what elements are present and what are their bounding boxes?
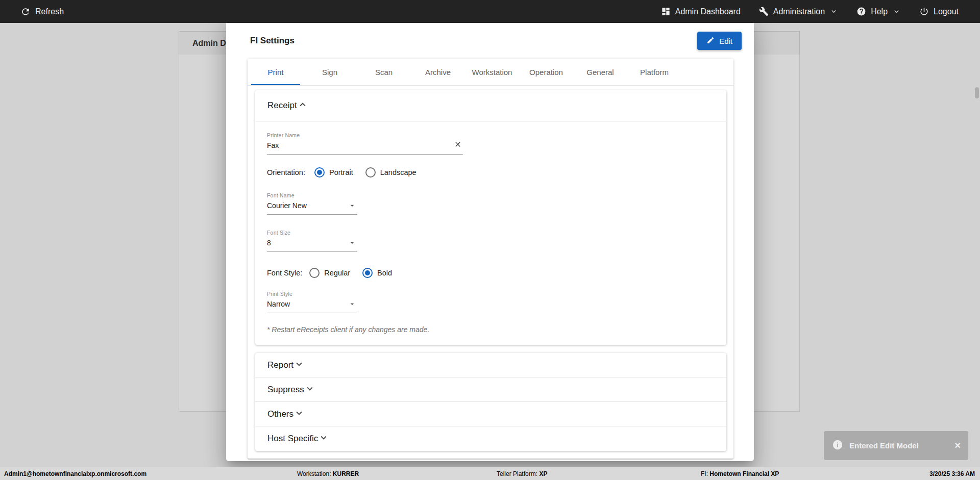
font-name-value: Courier New [267,201,307,210]
power-icon [919,7,929,16]
orientation-portrait-radio[interactable] [314,167,325,178]
fi-value: Hometown Financial XP [709,470,779,477]
report-title: Report [267,360,293,370]
tab-operation-label: Operation [529,68,563,77]
host-specific-accordion-header[interactable]: Host Specific [255,426,726,451]
printer-name-value: Fax [267,141,279,149]
administration-label: Administration [773,7,825,16]
tab-scan-label: Scan [375,68,393,77]
font-size-select[interactable]: 8 [267,236,357,252]
page-scrollbar-thumb[interactable] [975,87,979,98]
tab-general-label: General [586,68,614,77]
tab-print[interactable]: Print [249,59,303,85]
toast-message: Entered Edit Model [849,441,919,450]
clear-icon[interactable] [454,140,462,150]
chevron-down-icon [293,359,305,372]
status-teller-platform: Teller Platform: XP [497,470,547,477]
administration-menu[interactable]: Administration [759,7,838,16]
font-style-bold-label: Bold [377,269,392,277]
refresh-button[interactable]: Refresh [20,7,64,17]
chevron-down-icon [293,408,305,421]
chevron-down-icon [304,383,315,396]
admin-dashboard-label: Admin Dashboard [675,7,741,16]
font-name-label: Font Name [267,192,714,198]
collapsed-sections: Report Suppress Others [255,353,726,451]
chevron-up-icon [297,99,308,112]
font-size-label: Font Size [267,230,714,236]
suppress-title: Suppress [267,385,304,395]
host-specific-title: Host Specific [267,434,318,444]
print-style-select[interactable]: Narrow [267,297,357,313]
others-accordion-header[interactable]: Others [255,402,726,426]
logout-label: Logout [934,7,959,16]
logout-button[interactable]: Logout [919,7,959,16]
printer-name-input[interactable]: Fax [267,138,463,155]
suppress-accordion-header[interactable]: Suppress [255,377,726,402]
restart-note: * Restart eReceipts client if any change… [267,325,714,334]
status-datetime: 3/20/25 3:36 AM [929,470,975,477]
tab-archive[interactable]: Archive [411,59,465,85]
dropdown-arrow-icon [348,239,356,249]
tab-general[interactable]: General [573,59,627,85]
help-menu[interactable]: Help [856,7,901,16]
background-page-title: Admin D [192,39,226,48]
dropdown-arrow-icon [348,300,356,310]
printer-name-label: Printer Name [267,132,714,138]
receipt-body: Printer Name Fax Orientation: Portrait L [255,121,726,345]
status-workstation: Workstation: KURRER [297,470,359,477]
chevron-down-icon [318,432,329,445]
receipt-accordion-header[interactable]: Receipt [255,90,726,121]
tab-workstation[interactable]: Workstation [465,59,519,85]
print-style-label: Print Style [267,291,714,297]
admin-dashboard-link[interactable]: Admin Dashboard [661,7,741,16]
chevron-down-icon [892,7,901,16]
edit-button[interactable]: Edit [697,32,742,50]
pencil-icon [706,36,715,46]
settings-card: Print Sign Scan Archive Workstation Oper… [248,59,733,459]
dialog-header: FI Settings Edit [226,19,754,52]
chevron-down-icon [829,7,838,16]
report-accordion-header[interactable]: Report [255,353,726,377]
font-style-bold-radio[interactable] [362,268,373,278]
wrench-icon [759,7,769,16]
tab-scan[interactable]: Scan [357,59,411,85]
dialog-title: FI Settings [250,36,295,46]
help-circle-icon [856,7,866,16]
teller-platform-label: Teller Platform: [497,470,537,477]
fi-settings-dialog: FI Settings Edit Print Sign Scan Archive… [226,19,754,461]
tab-platform[interactable]: Platform [627,59,681,85]
status-bar: Admin1@hometownfinancialxp.onmicrosoft.c… [0,467,980,480]
others-title: Others [267,409,293,419]
workstation-value: KURRER [333,470,359,477]
orientation-landscape-radio[interactable] [365,167,376,178]
font-style-regular-radio[interactable] [309,268,320,278]
tab-archive-label: Archive [425,68,451,77]
edit-button-label: Edit [719,37,732,45]
toast-notification: Entered Edit Model ✕ [824,431,968,460]
tab-platform-label: Platform [640,68,669,77]
dashboard-grid-icon [661,7,671,16]
print-style-value: Narrow [267,300,290,308]
toast-close-icon[interactable]: ✕ [954,441,961,450]
tab-operation[interactable]: Operation [519,59,573,85]
top-navigation-bar: Refresh Admin Dashboard Administration H… [0,0,980,23]
info-icon [832,439,843,452]
receipt-accordion: Receipt Printer Name Fax [255,90,726,345]
status-fi: FI: Hometown Financial XP [701,470,779,477]
tab-workstation-label: Workstation [472,68,512,77]
tab-bar: Print Sign Scan Archive Workstation Oper… [248,59,733,86]
orientation-landscape-label: Landscape [380,168,416,176]
dropdown-arrow-icon [348,201,356,212]
teller-platform-value: XP [539,470,547,477]
status-user: Admin1@hometownfinancialxp.onmicrosoft.c… [4,470,146,477]
tab-print-label: Print [268,68,284,77]
orientation-row: Orientation: Portrait Landscape [267,167,714,178]
tab-sign[interactable]: Sign [303,59,357,85]
fi-label: FI: [701,470,708,477]
help-label: Help [871,7,888,16]
font-style-regular-label: Regular [324,269,350,277]
font-name-select[interactable]: Courier New [267,198,357,215]
orientation-label: Orientation: [267,168,305,176]
font-style-label: Font Style: [267,269,302,277]
orientation-portrait-label: Portrait [329,168,353,176]
